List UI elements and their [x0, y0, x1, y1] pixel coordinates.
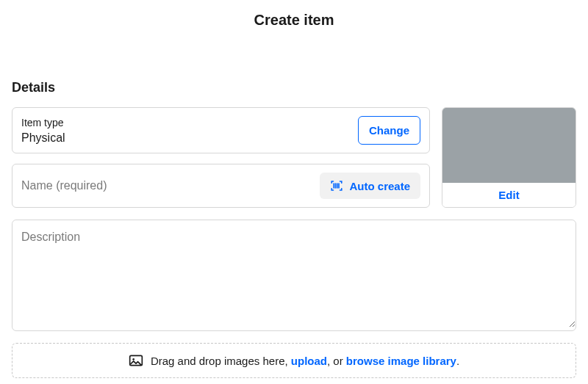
name-input[interactable]: [21, 179, 320, 192]
svg-point-5: [132, 358, 135, 361]
change-button[interactable]: Change: [358, 116, 420, 145]
dropzone-text: Drag and drop images here, upload, or br…: [151, 355, 459, 367]
barcode-scan-icon: [330, 179, 343, 192]
image-preview-placeholder[interactable]: [442, 108, 576, 183]
image-card: Edit: [442, 107, 576, 208]
section-details-title: Details: [12, 80, 576, 95]
item-type-card: Item type Physical Change: [12, 107, 430, 153]
name-card: Auto create: [12, 164, 430, 208]
description-input[interactable]: [12, 220, 576, 327]
auto-create-label: Auto create: [349, 180, 410, 192]
auto-create-button[interactable]: Auto create: [320, 173, 420, 199]
image-dropzone[interactable]: Drag and drop images here, upload, or br…: [12, 343, 576, 378]
item-type-label: Item type: [21, 117, 65, 128]
upload-link[interactable]: upload: [291, 355, 327, 367]
page-title: Create item: [12, 12, 576, 29]
description-card: [12, 220, 576, 331]
image-icon: [129, 354, 143, 367]
item-type-value: Physical: [21, 131, 65, 145]
image-edit-button[interactable]: Edit: [442, 183, 576, 207]
browse-library-link[interactable]: browse image library: [346, 355, 456, 367]
